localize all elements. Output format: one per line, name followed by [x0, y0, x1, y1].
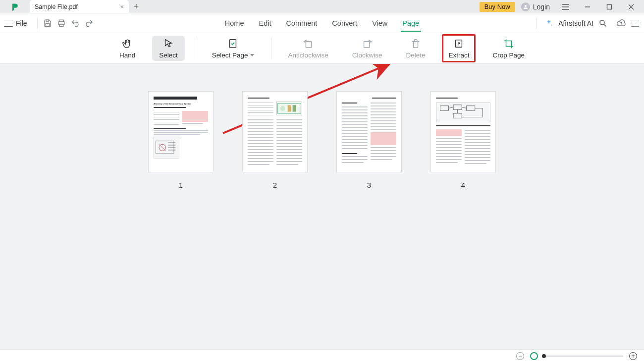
anticlockwise-label: Anticlockwise: [288, 52, 328, 59]
svg-rect-5: [607, 4, 612, 9]
page-number-3: 3: [367, 181, 371, 189]
close-window-button[interactable]: [621, 0, 641, 13]
login-label: Login: [533, 3, 550, 11]
undo-icon[interactable]: [68, 16, 82, 30]
trash-icon: [410, 38, 422, 50]
select-tool[interactable]: Select: [152, 36, 185, 61]
page-thumbnails-workspace: Anatomy of the Somatosensory System 1: [0, 64, 644, 349]
page-thumb-col-1: Anatomy of the Somatosensory System 1: [149, 92, 213, 189]
tab-comment[interactable]: Comment: [285, 15, 319, 31]
hand-label: Hand: [119, 52, 135, 59]
zoom-in-button[interactable]: +: [629, 352, 637, 360]
avatar-icon: [521, 2, 530, 11]
status-bar: − +: [0, 349, 644, 362]
svg-rect-16: [306, 41, 312, 48]
cloud-upload-icon[interactable]: [616, 18, 626, 28]
panel-toggle-icon[interactable]: [631, 20, 639, 27]
page-ribbon: Hand Select Select Page Anticlockwise Cl…: [0, 33, 644, 64]
page-thumbnail-1[interactable]: Anatomy of the Somatosensory System: [149, 92, 213, 172]
close-tab-icon[interactable]: ×: [120, 3, 124, 10]
hand-tool[interactable]: Hand: [112, 36, 142, 61]
svg-rect-29: [288, 105, 291, 111]
tab-page[interactable]: Page: [401, 15, 420, 31]
separator: [37, 18, 38, 29]
document-tab-title: Sample File.pdf: [35, 3, 78, 10]
buy-now-label: Buy Now: [484, 3, 510, 10]
hand-icon: [121, 38, 133, 50]
tab-convert[interactable]: Convert: [331, 15, 358, 31]
login-button[interactable]: Login: [517, 2, 554, 11]
delete-page-tool[interactable]: Delete: [399, 36, 432, 61]
svg-rect-17: [364, 41, 370, 48]
rotate-anticlockwise-tool[interactable]: Anticlockwise: [281, 36, 335, 61]
page-number-4: 4: [461, 181, 465, 189]
titlebar: Sample File.pdf × + Buy Now Login: [0, 0, 644, 13]
page-thumb-col-4: 4: [431, 92, 495, 189]
select-page-tool[interactable]: Select Page: [205, 36, 261, 61]
select-label: Select: [159, 52, 178, 59]
tab-edit[interactable]: Edit: [258, 15, 272, 31]
page-thumb-col-2: 2: [243, 92, 307, 189]
svg-line-14: [604, 24, 606, 27]
svg-rect-12: [59, 24, 63, 26]
svg-rect-8: [46, 20, 49, 22]
redo-icon[interactable]: [82, 16, 96, 30]
top-strip: File Home Edit Comment Convert View Page…: [0, 13, 644, 33]
maximize-button[interactable]: [599, 0, 619, 13]
print-icon[interactable]: [54, 16, 68, 30]
clockwise-label: Clockwise: [352, 52, 382, 59]
select-page-label: Select Page: [212, 52, 248, 59]
svg-point-0: [525, 5, 527, 7]
page1-heading: [154, 97, 197, 100]
extract-icon: [453, 38, 465, 50]
svg-line-35: [449, 107, 454, 108]
app-menu-button[interactable]: [556, 0, 576, 13]
page-number-2: 2: [273, 181, 277, 189]
fit-page-button[interactable]: [530, 352, 538, 360]
svg-rect-34: [453, 113, 462, 118]
rotate-ccw-icon: [302, 38, 314, 50]
zoom-out-button[interactable]: −: [516, 352, 524, 360]
chevron-down-icon: [250, 54, 254, 56]
separator: [536, 18, 537, 29]
crop-icon: [503, 38, 515, 50]
minimize-button[interactable]: [578, 0, 597, 13]
svg-rect-32: [453, 105, 462, 110]
extract-tool[interactable]: Extract: [442, 34, 476, 62]
tab-view[interactable]: View: [371, 15, 388, 31]
svg-rect-31: [440, 106, 448, 111]
svg-rect-30: [293, 105, 296, 111]
svg-point-13: [600, 20, 604, 25]
extract-label: Extract: [448, 52, 469, 59]
new-tab-button[interactable]: +: [129, 0, 144, 13]
svg-point-28: [280, 106, 285, 111]
save-icon[interactable]: [41, 16, 54, 30]
file-menu[interactable]: File: [16, 19, 27, 27]
separator: [271, 38, 271, 59]
cursor-icon: [162, 38, 174, 50]
search-icon[interactable]: [598, 19, 607, 28]
delete-label: Delete: [406, 52, 425, 59]
tab-home[interactable]: Home: [224, 15, 245, 31]
zoom-slider[interactable]: [544, 356, 623, 357]
select-page-icon: [227, 38, 239, 50]
page-thumbnail-4[interactable]: [431, 92, 495, 172]
page-thumbnail-2[interactable]: [243, 92, 307, 172]
page-thumbnail-3[interactable]: [337, 92, 401, 172]
page-thumb-col-3: 3: [337, 92, 401, 189]
rotate-cw-icon: [361, 38, 373, 50]
main-tabs: Home Edit Comment Convert View Page: [224, 15, 420, 31]
ai-sparkle-icon: [544, 19, 553, 28]
page1-title: Anatomy of the Somatosensory System: [154, 103, 208, 105]
svg-rect-9: [46, 23, 50, 26]
crop-page-tool[interactable]: Crop Page: [485, 36, 532, 61]
ai-label[interactable]: Afirstsoft AI: [558, 19, 593, 27]
document-tab[interactable]: Sample File.pdf ×: [30, 0, 129, 13]
menu-icon[interactable]: [4, 20, 13, 27]
buy-now-button[interactable]: Buy Now: [480, 2, 515, 12]
rotate-clockwise-tool[interactable]: Clockwise: [345, 36, 389, 61]
svg-rect-33: [467, 106, 475, 111]
page-number-1: 1: [179, 181, 183, 189]
separator: [195, 38, 195, 59]
crop-page-label: Crop Page: [492, 52, 525, 59]
